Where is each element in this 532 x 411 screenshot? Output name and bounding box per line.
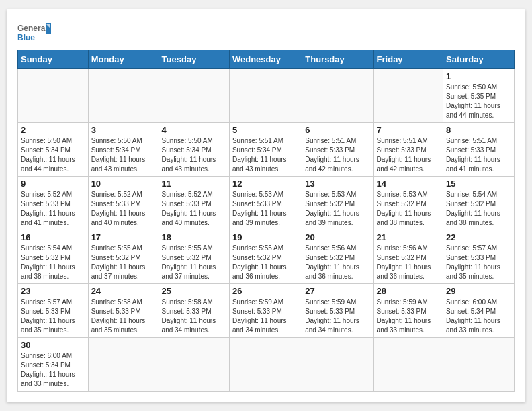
calendar-cell (302, 337, 373, 391)
day-info: Sunrise: 5:59 AM Sunset: 5:33 PM Dayligh… (305, 298, 370, 335)
header: General Blue (17, 20, 515, 46)
logo: General Blue (17, 20, 51, 46)
day-info: Sunrise: 5:53 AM Sunset: 5:33 PM Dayligh… (232, 190, 299, 228)
day-info: Sunrise: 6:00 AM Sunset: 5:34 PM Dayligh… (446, 298, 511, 335)
day-info: Sunrise: 5:55 AM Sunset: 5:32 PM Dayligh… (91, 244, 156, 281)
day-info: Sunrise: 5:56 AM Sunset: 5:32 PM Dayligh… (305, 244, 370, 281)
day-info: Sunrise: 5:58 AM Sunset: 5:33 PM Dayligh… (162, 298, 226, 335)
weekday-header-tuesday: Tuesday (159, 50, 229, 68)
day-number: 13 (305, 179, 370, 189)
day-number: 3 (91, 125, 156, 135)
day-info: Sunrise: 5:58 AM Sunset: 5:33 PM Dayligh… (91, 298, 156, 335)
weekday-header-wednesday: Wednesday (229, 50, 302, 68)
calendar-table: SundayMondayTuesdayWednesdayThursdayFrid… (17, 50, 515, 392)
calendar-cell (229, 337, 302, 391)
day-number: 12 (232, 179, 299, 189)
day-number: 19 (232, 232, 299, 242)
day-number: 16 (21, 232, 85, 242)
calendar-cell: 21Sunrise: 5:56 AM Sunset: 5:32 PM Dayli… (373, 230, 443, 283)
day-number: 11 (162, 179, 226, 189)
day-info: Sunrise: 5:50 AM Sunset: 5:34 PM Dayligh… (162, 136, 226, 174)
day-number: 22 (446, 232, 511, 242)
day-number: 30 (21, 340, 85, 350)
calendar-cell: 6Sunrise: 5:51 AM Sunset: 5:33 PM Daylig… (302, 122, 373, 176)
day-number: 28 (377, 286, 440, 296)
calendar-cell: 7Sunrise: 5:51 AM Sunset: 5:33 PM Daylig… (373, 122, 443, 176)
day-number: 23 (21, 286, 85, 296)
day-number: 5 (232, 125, 299, 135)
calendar-cell: 14Sunrise: 5:53 AM Sunset: 5:32 PM Dayli… (373, 176, 443, 230)
day-info: Sunrise: 5:53 AM Sunset: 5:32 PM Dayligh… (305, 190, 370, 228)
calendar-cell: 23Sunrise: 5:57 AM Sunset: 5:33 PM Dayli… (18, 283, 89, 337)
day-info: Sunrise: 5:50 AM Sunset: 5:35 PM Dayligh… (446, 83, 511, 120)
weekday-header-sunday: Sunday (18, 50, 89, 68)
weekday-header-monday: Monday (88, 50, 159, 68)
day-info: Sunrise: 5:52 AM Sunset: 5:33 PM Dayligh… (162, 190, 226, 228)
calendar-container: General Blue SundayMondayTuesdayWednesda… (7, 9, 525, 402)
calendar-cell (302, 68, 373, 122)
day-number: 8 (446, 125, 511, 135)
calendar-week-row: 16Sunrise: 5:54 AM Sunset: 5:32 PM Dayli… (18, 230, 515, 283)
day-number: 18 (162, 232, 226, 242)
calendar-cell: 16Sunrise: 5:54 AM Sunset: 5:32 PM Dayli… (18, 230, 89, 283)
calendar-cell: 12Sunrise: 5:53 AM Sunset: 5:33 PM Dayli… (229, 176, 302, 230)
day-number: 20 (305, 232, 370, 242)
day-number: 2 (21, 125, 85, 135)
calendar-cell: 11Sunrise: 5:52 AM Sunset: 5:33 PM Dayli… (159, 176, 229, 230)
svg-text:Blue: Blue (17, 33, 35, 42)
calendar-cell: 22Sunrise: 5:57 AM Sunset: 5:33 PM Dayli… (443, 230, 515, 283)
day-info: Sunrise: 5:52 AM Sunset: 5:33 PM Dayligh… (91, 190, 156, 228)
day-info: Sunrise: 5:50 AM Sunset: 5:34 PM Dayligh… (21, 136, 85, 174)
calendar-cell: 2Sunrise: 5:50 AM Sunset: 5:34 PM Daylig… (18, 122, 89, 176)
weekday-header-thursday: Thursday (302, 50, 373, 68)
logo-svg: General Blue (17, 20, 51, 46)
calendar-cell (373, 337, 443, 391)
day-info: Sunrise: 5:51 AM Sunset: 5:33 PM Dayligh… (377, 136, 440, 174)
calendar-cell (159, 68, 229, 122)
day-number: 7 (377, 125, 440, 135)
calendar-cell: 5Sunrise: 5:51 AM Sunset: 5:34 PM Daylig… (229, 122, 302, 176)
weekday-header-row: SundayMondayTuesdayWednesdayThursdayFrid… (18, 50, 515, 68)
day-number: 26 (232, 286, 299, 296)
calendar-week-row: 2Sunrise: 5:50 AM Sunset: 5:34 PM Daylig… (18, 122, 515, 176)
calendar-cell: 4Sunrise: 5:50 AM Sunset: 5:34 PM Daylig… (159, 122, 229, 176)
calendar-cell: 3Sunrise: 5:50 AM Sunset: 5:34 PM Daylig… (88, 122, 159, 176)
svg-text:General: General (17, 24, 48, 33)
calendar-cell (88, 337, 159, 391)
calendar-cell: 26Sunrise: 5:59 AM Sunset: 5:33 PM Dayli… (229, 283, 302, 337)
calendar-cell: 13Sunrise: 5:53 AM Sunset: 5:32 PM Dayli… (302, 176, 373, 230)
calendar-cell: 19Sunrise: 5:55 AM Sunset: 5:32 PM Dayli… (229, 230, 302, 283)
calendar-week-row: 23Sunrise: 5:57 AM Sunset: 5:33 PM Dayli… (18, 283, 515, 337)
day-info: Sunrise: 5:51 AM Sunset: 5:33 PM Dayligh… (305, 136, 370, 174)
day-number: 6 (305, 125, 370, 135)
day-info: Sunrise: 5:59 AM Sunset: 5:33 PM Dayligh… (232, 298, 299, 335)
calendar-cell: 10Sunrise: 5:52 AM Sunset: 5:33 PM Dayli… (88, 176, 159, 230)
day-number: 25 (162, 286, 226, 296)
day-info: Sunrise: 5:51 AM Sunset: 5:33 PM Dayligh… (446, 136, 511, 174)
day-info: Sunrise: 5:55 AM Sunset: 5:32 PM Dayligh… (232, 244, 299, 281)
calendar-cell (88, 68, 159, 122)
day-info: Sunrise: 5:52 AM Sunset: 5:33 PM Dayligh… (21, 190, 85, 228)
weekday-header-friday: Friday (373, 50, 443, 68)
day-info: Sunrise: 6:00 AM Sunset: 5:34 PM Dayligh… (21, 351, 85, 389)
day-number: 24 (91, 286, 156, 296)
calendar-cell: 15Sunrise: 5:54 AM Sunset: 5:32 PM Dayli… (443, 176, 515, 230)
calendar-cell: 9Sunrise: 5:52 AM Sunset: 5:33 PM Daylig… (18, 176, 89, 230)
day-info: Sunrise: 5:59 AM Sunset: 5:33 PM Dayligh… (377, 298, 440, 335)
calendar-cell (229, 68, 302, 122)
day-number: 1 (446, 71, 511, 81)
day-info: Sunrise: 5:55 AM Sunset: 5:32 PM Dayligh… (162, 244, 226, 281)
calendar-week-row: 9Sunrise: 5:52 AM Sunset: 5:33 PM Daylig… (18, 176, 515, 230)
day-number: 10 (91, 179, 156, 189)
day-info: Sunrise: 5:56 AM Sunset: 5:32 PM Dayligh… (377, 244, 440, 281)
calendar-cell: 27Sunrise: 5:59 AM Sunset: 5:33 PM Dayli… (302, 283, 373, 337)
day-info: Sunrise: 5:50 AM Sunset: 5:34 PM Dayligh… (91, 136, 156, 174)
day-number: 14 (377, 179, 440, 189)
calendar-cell: 24Sunrise: 5:58 AM Sunset: 5:33 PM Dayli… (88, 283, 159, 337)
calendar-week-row: 1Sunrise: 5:50 AM Sunset: 5:35 PM Daylig… (18, 68, 515, 122)
calendar-cell: 28Sunrise: 5:59 AM Sunset: 5:33 PM Dayli… (373, 283, 443, 337)
calendar-cell (18, 68, 89, 122)
calendar-cell: 29Sunrise: 6:00 AM Sunset: 5:34 PM Dayli… (443, 283, 515, 337)
day-number: 29 (446, 286, 511, 296)
calendar-week-row: 30Sunrise: 6:00 AM Sunset: 5:34 PM Dayli… (18, 337, 515, 391)
